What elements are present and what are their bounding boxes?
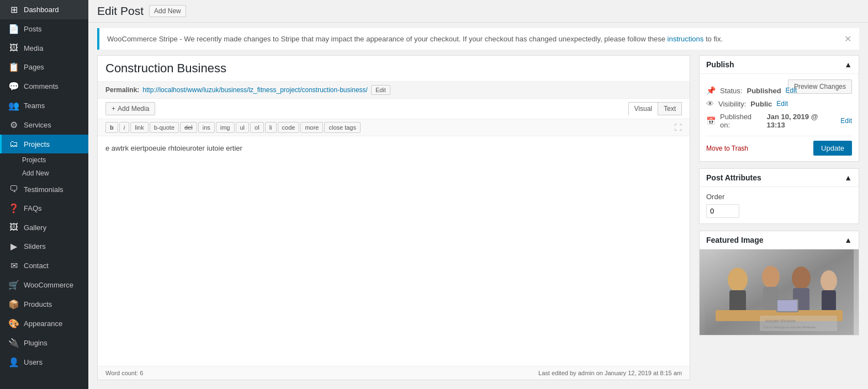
- order-input[interactable]: [706, 204, 739, 218]
- toolbar-btn-ul[interactable]: ul: [236, 122, 250, 133]
- toolbar-btn-more[interactable]: more: [300, 122, 323, 133]
- svg-text:Go to Settings to activate Win: Go to Settings to activate Windows.: [764, 326, 817, 329]
- sidebar-label-teams: Teams: [24, 102, 45, 110]
- tab-visual[interactable]: Visual: [628, 102, 658, 115]
- add-media-label: Add Media: [118, 105, 149, 113]
- toolbar-btn-li[interactable]: li: [265, 122, 277, 133]
- sidebar-label-contact: Contact: [24, 262, 49, 270]
- right-panel: Publish ▲ Preview Changes 📌 Status: Publ…: [699, 55, 859, 380]
- add-new-button[interactable]: Add New: [149, 5, 186, 17]
- svg-rect-9: [822, 290, 836, 311]
- gallery-icon: 🖼: [8, 222, 19, 232]
- sidebar-item-contact[interactable]: ✉ Contact: [0, 256, 88, 275]
- add-media-button[interactable]: + Add Media: [105, 102, 155, 115]
- visibility-edit-link[interactable]: Edit: [776, 100, 788, 108]
- featured-image-title: Featured Image: [706, 236, 763, 244]
- toolbar-btn-ol[interactable]: ol: [250, 122, 264, 133]
- publish-metabox: Publish ▲ Preview Changes 📌 Status: Publ…: [699, 55, 859, 162]
- expand-icon[interactable]: ⛶: [674, 123, 682, 132]
- sidebar-item-products[interactable]: 📦 Products: [0, 295, 88, 314]
- sidebar-subitem-add-new[interactable]: Add New: [0, 167, 88, 180]
- editor-toolbar-top: + Add Media Visual Text: [98, 99, 690, 119]
- sidebar-item-plugins[interactable]: 🔌 Plugins: [0, 333, 88, 353]
- svg-point-2: [728, 268, 748, 292]
- sidebar-item-posts[interactable]: 📄 Posts: [0, 19, 88, 39]
- toolbar-btn-ins[interactable]: ins: [198, 122, 215, 133]
- sidebar-subitem-projects[interactable]: Projects: [0, 153, 88, 167]
- sidebar-item-gallery[interactable]: 🖼 Gallery: [0, 218, 88, 237]
- notice-text: WooCommerce Stripe - We recently made ch…: [107, 35, 723, 43]
- sidebar-item-woocommerce[interactable]: 🛒 WooCommerce: [0, 275, 88, 295]
- permalink-bar: Permalink: http://localhost/www/luzuk/bu…: [98, 82, 690, 99]
- featured-image-content: Activate Windows Go to Settings to activ…: [700, 249, 859, 335]
- sidebar-item-teams[interactable]: 👥 Teams: [0, 96, 88, 115]
- post-attributes-header[interactable]: Post Attributes ▲: [700, 169, 859, 187]
- publish-visibility-row: 👁 Visibility: Public Edit: [706, 97, 852, 110]
- status-edit-link[interactable]: Edit: [786, 87, 797, 94]
- appearance-icon: 🎨: [8, 318, 19, 329]
- sidebar-item-appearance[interactable]: 🎨 Appearance: [0, 314, 88, 333]
- services-icon: ⚙: [8, 120, 19, 130]
- move-to-trash-link[interactable]: Move to Trash: [706, 145, 748, 152]
- toolbar-btn-bquote[interactable]: b-quote: [150, 122, 179, 133]
- content-area: Permalink: http://localhost/www/luzuk/bu…: [88, 55, 868, 389]
- editor-toolbar-buttons: b i link b-quote del ins img ul ol li co…: [98, 119, 690, 136]
- sidebar-label-projects: Projects: [24, 140, 50, 148]
- sidebar-item-dashboard[interactable]: ⊞ Dashboard: [0, 0, 88, 19]
- sidebar-item-projects[interactable]: 🗂 Projects: [0, 135, 88, 153]
- toolbar-btn-code[interactable]: code: [278, 122, 300, 133]
- word-count: Word count: 6: [105, 370, 143, 376]
- sidebar-item-faqs[interactable]: ❓ FAQs: [0, 199, 88, 218]
- editor-panel: Permalink: http://localhost/www/luzuk/bu…: [97, 55, 690, 380]
- permalink-edit-button[interactable]: Edit: [371, 85, 390, 95]
- toolbar-btn-b[interactable]: b: [105, 122, 118, 133]
- featured-image-svg: Activate Windows Go to Settings to activ…: [705, 249, 854, 335]
- sidebar-item-testimonials[interactable]: 🗨 Testimonials: [0, 180, 88, 199]
- svg-point-6: [792, 267, 811, 290]
- dashboard-icon: ⊞: [8, 4, 19, 15]
- publish-metabox-header[interactable]: Publish ▲: [700, 56, 859, 74]
- editor-content[interactable]: e awtrk eiertpoeuie rhtoieuroter iutoie …: [98, 136, 690, 366]
- toolbar-btn-img[interactable]: img: [216, 122, 235, 133]
- update-button[interactable]: Update: [813, 141, 852, 156]
- editor-footer: Word count: 6 Last edited by admin on Ja…: [98, 366, 690, 380]
- post-title-input[interactable]: [105, 61, 682, 76]
- sidebar-sub-label-add-new: Add New: [22, 169, 49, 177]
- sidebar-item-users[interactable]: 👤 Users: [0, 353, 88, 372]
- sidebar-label-dashboard: Dashboard: [24, 6, 59, 14]
- featured-image-header[interactable]: Featured Image ▲: [700, 231, 859, 249]
- sidebar-label-sliders: Sliders: [24, 242, 46, 251]
- notice-close-button[interactable]: ✕: [844, 34, 851, 44]
- sidebar-item-sliders[interactable]: ▶ Sliders: [0, 237, 88, 256]
- sidebar-item-services[interactable]: ⚙ Services: [0, 115, 88, 135]
- topbar: Edit Post Add New: [88, 0, 868, 23]
- permalink-url[interactable]: http://localhost/www/luzuk/business/lz_f…: [142, 86, 368, 94]
- main-area: Edit Post Add New WooCommerce Stripe - W…: [88, 0, 868, 389]
- toolbar-btn-close-tags[interactable]: close tags: [324, 122, 361, 133]
- permalink-label: Permalink:: [105, 86, 139, 94]
- featured-image-placeholder[interactable]: Activate Windows Go to Settings to activ…: [700, 249, 859, 335]
- teams-icon: 👥: [8, 100, 19, 111]
- notice-link[interactable]: instructions: [668, 35, 704, 43]
- faqs-icon: ❓: [8, 203, 19, 214]
- tab-text[interactable]: Text: [658, 102, 682, 115]
- svg-rect-3: [729, 290, 746, 312]
- preview-changes-button[interactable]: Preview Changes: [788, 79, 852, 94]
- featured-image-metabox: Featured Image ▲: [699, 231, 859, 335]
- plugins-icon: 🔌: [8, 338, 19, 348]
- toolbar-btn-i[interactable]: i: [119, 122, 129, 133]
- users-icon: 👤: [8, 357, 19, 367]
- sidebar-item-pages[interactable]: 📋 Pages: [0, 57, 88, 77]
- sidebar-label-plugins: Plugins: [24, 339, 47, 347]
- contact-icon: ✉: [8, 260, 19, 271]
- post-attributes-content: Order: [700, 187, 859, 223]
- toolbar-btn-del[interactable]: del: [180, 122, 197, 133]
- publish-date-row: 📅 Published on: Jan 10, 2019 @ 13:13 Edi…: [706, 110, 852, 131]
- published-on-edit-link[interactable]: Edit: [840, 117, 852, 125]
- toolbar-btn-link[interactable]: link: [130, 122, 149, 133]
- sidebar-item-media[interactable]: 🖼 Media: [0, 39, 88, 57]
- woocommerce-icon: 🛒: [8, 280, 19, 290]
- page-title: Edit Post: [97, 4, 144, 18]
- status-icon: 📌: [706, 86, 716, 95]
- sidebar-item-comments[interactable]: 💬 Comments: [0, 77, 88, 96]
